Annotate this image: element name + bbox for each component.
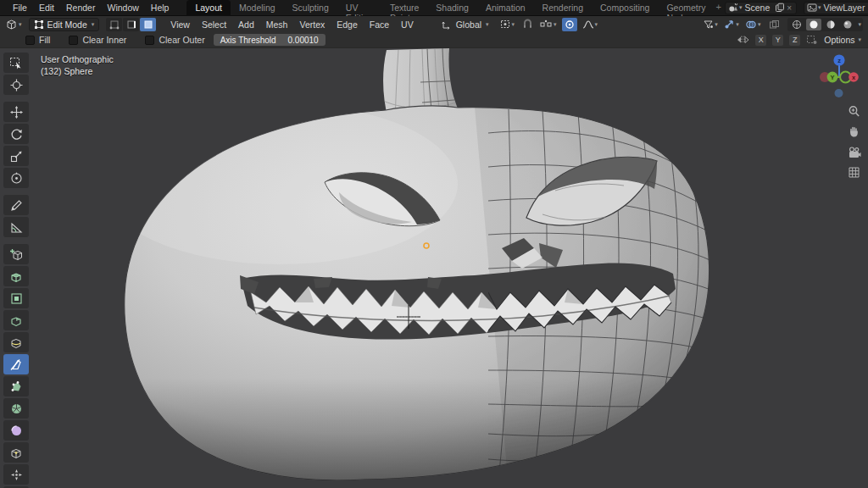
proportional-falloff-dropdown[interactable]: ▾ — [582, 18, 598, 31]
select-box-icon — [9, 57, 23, 69]
tool-edge-slide[interactable] — [3, 442, 29, 463]
scene-name: Scene — [742, 3, 775, 13]
tab-uv-editing[interactable]: UV Editing — [337, 0, 381, 16]
axis-threshold-slider[interactable]: Axis Threshold 0.00010 — [214, 34, 326, 46]
tool-shrink-fatten[interactable] — [3, 464, 29, 485]
options-dropdown[interactable]: Options ▾ — [824, 35, 863, 45]
menu-edit[interactable]: Edit — [33, 3, 60, 13]
grid-icon — [848, 166, 860, 179]
tab-layout[interactable]: Layout — [186, 0, 231, 16]
show-gizmo-toggle[interactable]: ▾ — [724, 18, 739, 31]
topbar: File Edit Render Window Help Layout Mode… — [0, 0, 868, 16]
tool-bevel[interactable] — [3, 310, 29, 330]
menu-edge[interactable]: Edge — [331, 19, 364, 30]
menu-add[interactable]: Add — [232, 19, 260, 30]
tab-shading[interactable]: Shading — [427, 0, 477, 16]
tool-scale[interactable] — [3, 146, 29, 166]
gizmo-neg-z-handle[interactable] — [835, 89, 843, 97]
shading-material-button[interactable] — [823, 19, 838, 30]
viewport-info-overlay: User Orthographic (132) Sphere — [41, 53, 114, 77]
menu-vertex[interactable]: Vertex — [293, 19, 331, 30]
show-overlays-toggle[interactable]: ▾ — [745, 18, 761, 31]
tab-compositing[interactable]: Compositing — [592, 0, 658, 16]
menu-window[interactable]: Window — [101, 3, 144, 13]
menu-view[interactable]: View — [164, 19, 196, 30]
spin-icon — [10, 402, 23, 415]
tool-rotate[interactable] — [3, 124, 29, 144]
clear-inner-checkbox[interactable]: Clear Inner — [69, 35, 126, 45]
pan-button[interactable] — [847, 125, 861, 139]
shading-wireframe-button[interactable] — [789, 19, 804, 30]
tool-add-cube[interactable] — [3, 244, 29, 264]
pivot-point-dropdown[interactable]: ▾ — [499, 18, 515, 31]
mirror-y-toggle[interactable]: Y — [772, 35, 783, 46]
pumpkin-body — [0, 48, 868, 488]
menu-render[interactable]: Render — [60, 3, 101, 13]
menu-face[interactable]: Face — [364, 19, 395, 30]
menu-uv[interactable]: UV — [395, 19, 420, 30]
tab-sculpting[interactable]: Sculpting — [284, 0, 337, 16]
vertex-select-button[interactable] — [106, 18, 122, 31]
shading-solid-button[interactable] — [806, 19, 821, 30]
editor-type-button[interactable]: ▾ — [5, 18, 22, 31]
object-type-visibility-dropdown[interactable]: ▾ — [703, 18, 718, 31]
tab-geometry-nodes[interactable]: Geometry Nodes — [658, 0, 714, 16]
add-workspace-button[interactable]: + — [715, 0, 725, 16]
proportional-editing-toggle[interactable] — [562, 18, 577, 31]
tab-modeling[interactable]: Modeling — [231, 0, 284, 16]
edit-mode-icon — [34, 19, 44, 30]
menu-file[interactable]: File — [7, 3, 33, 13]
tool-move[interactable] — [3, 102, 29, 122]
options-label: Options — [824, 35, 854, 45]
tool-spin[interactable] — [3, 398, 29, 419]
navigation-gizmo[interactable]: Y x z — [819, 52, 860, 99]
blender-window: File Edit Render Window Help Layout Mode… — [0, 0, 868, 488]
new-scene-icon[interactable] — [775, 3, 785, 13]
tool-measure[interactable] — [3, 217, 29, 237]
measure-icon — [10, 221, 23, 234]
zoom-button[interactable] — [847, 104, 861, 119]
extrude-region-icon — [9, 270, 23, 283]
perspective-ortho-toggle[interactable] — [847, 165, 861, 180]
scene-selector[interactable]: ▾ Scene × — [725, 2, 797, 14]
tool-cursor[interactable] — [3, 75, 29, 95]
orientation-label: Global — [456, 19, 481, 30]
tool-poly-build[interactable] — [3, 376, 29, 396]
3d-viewport[interactable]: User Orthographic (132) Sphere — [0, 48, 868, 488]
tab-texture-paint[interactable]: Texture Paint — [381, 0, 427, 16]
transform-orientation-dropdown[interactable]: Global ▾ — [442, 19, 489, 30]
tool-select-box[interactable] — [3, 53, 29, 73]
solid-shading-icon — [809, 19, 819, 30]
tool-transform[interactable] — [3, 168, 29, 188]
viewlayer-selector[interactable]: ▾ ViewLayer — [804, 2, 868, 14]
tab-rendering[interactable]: Rendering — [534, 0, 592, 16]
shading-rendered-button[interactable] — [840, 19, 855, 30]
rendered-shading-icon — [843, 19, 853, 30]
tool-inset-faces[interactable] — [3, 288, 29, 308]
tab-animation[interactable]: Animation — [477, 0, 534, 16]
tool-smooth[interactable] — [3, 420, 29, 441]
snap-target-dropdown[interactable]: ▾ — [540, 18, 557, 31]
camera-view-button[interactable] — [847, 145, 861, 159]
annotate-pen-icon — [10, 199, 23, 212]
menu-help[interactable]: Help — [145, 3, 175, 13]
clear-outer-checkbox[interactable]: Clear Outer — [145, 35, 204, 45]
fill-checkbox[interactable]: Fill — [25, 35, 50, 45]
mirror-z-toggle[interactable]: Z — [789, 35, 800, 46]
menu-mesh[interactable]: Mesh — [260, 19, 294, 30]
tool-annotate[interactable] — [3, 195, 29, 215]
menu-select[interactable]: Select — [196, 19, 232, 30]
mirror-x-toggle[interactable]: X — [755, 35, 766, 46]
clear-inner-label: Clear Inner — [82, 35, 126, 45]
tool-extrude-region[interactable] — [3, 266, 29, 286]
snap-toggle[interactable] — [520, 18, 535, 31]
chevron-down-icon: ▾ — [486, 21, 489, 28]
mode-dropdown[interactable]: Edit Mode ▾ — [29, 18, 100, 31]
edge-select-button[interactable] — [123, 18, 139, 31]
face-select-button[interactable] — [140, 18, 156, 31]
tool-loop-cut[interactable] — [3, 332, 29, 352]
xray-toggle[interactable] — [766, 18, 782, 31]
unlink-scene-icon[interactable]: × — [785, 3, 793, 13]
tool-bisect[interactable] — [3, 354, 29, 374]
chevron-down-icon: ▾ — [19, 21, 22, 28]
